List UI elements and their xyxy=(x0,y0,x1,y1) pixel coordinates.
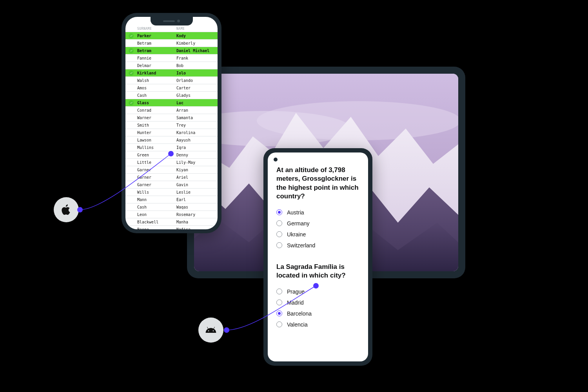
table-row[interactable]: LittleLily-May xyxy=(125,158,218,166)
dot-android-badge xyxy=(224,327,229,333)
table-row[interactable]: BetramDaniel Michael xyxy=(125,47,218,54)
iphone-device: SURNAME NAME ParkerKodyBetramKimberlyBet… xyxy=(122,13,221,233)
iphone-notch xyxy=(151,17,193,25)
cell-surname: Cash xyxy=(137,93,176,98)
table-row[interactable]: BlackwellManha xyxy=(125,218,218,225)
quiz-option[interactable]: Austria xyxy=(276,207,359,218)
table-row[interactable]: BooneNafisa xyxy=(125,225,218,229)
cell-name: Daniel Michael xyxy=(176,49,218,53)
quiz-option[interactable]: Ukraine xyxy=(276,229,359,240)
quiz-options-1: AustriaGermanyUkraineSwitzerland xyxy=(276,207,359,251)
cell-surname: Fannie xyxy=(137,56,176,60)
option-label: Austria xyxy=(287,209,304,216)
cell-surname: Little xyxy=(137,160,176,165)
table-row[interactable]: GlassLuc xyxy=(125,99,218,106)
cell-name: Rosemary xyxy=(176,212,218,217)
table-row[interactable]: WalshOrlando xyxy=(125,76,218,84)
cell-name: Kiyan xyxy=(176,168,218,172)
table-header: SURNAME NAME xyxy=(125,27,218,32)
table-row[interactable]: DelmarBob xyxy=(125,62,218,69)
cell-surname: Parker xyxy=(137,34,176,38)
table-row[interactable]: SmithTrey xyxy=(125,121,218,129)
cell-name: Iqra xyxy=(176,145,218,150)
cell-surname: Mann xyxy=(137,198,176,202)
cell-name: Waqas xyxy=(176,205,218,209)
cell-name: Nafisa xyxy=(176,227,218,230)
option-label: Prague xyxy=(287,289,305,295)
quiz-option[interactable]: Switzerland xyxy=(276,240,359,251)
table-row[interactable]: CashWaqas xyxy=(125,203,218,211)
radio-icon xyxy=(276,310,282,316)
cell-surname: Warner xyxy=(137,116,176,120)
cell-surname: Boone xyxy=(137,227,176,230)
apple-icon xyxy=(60,203,73,216)
cell-name: Carter xyxy=(176,86,218,90)
table-row[interactable]: KirklandIolo xyxy=(125,69,218,76)
cell-name: Bob xyxy=(176,64,218,68)
table-row[interactable]: MullinsIqra xyxy=(125,143,218,151)
names-table: SURNAME NAME ParkerKodyBetramKimberlyBet… xyxy=(125,27,218,229)
check-icon xyxy=(129,100,134,105)
cell-surname: Betram xyxy=(137,49,176,53)
cell-name: Gladys xyxy=(176,93,218,98)
cell-surname: Kirkland xyxy=(137,71,176,75)
cell-surname: Betram xyxy=(137,41,176,45)
table-row[interactable]: AmosCarter xyxy=(125,84,218,91)
apple-badge xyxy=(54,197,79,222)
cell-name: Kimberly xyxy=(176,41,218,45)
table-row[interactable]: ConradArran xyxy=(125,106,218,114)
cell-surname: Wills xyxy=(137,190,176,194)
cell-name: Denny xyxy=(176,153,218,157)
radio-icon xyxy=(276,231,282,237)
quiz-option[interactable]: Germany xyxy=(276,218,359,229)
android-camera-punch xyxy=(274,158,278,162)
cell-surname: Cash xyxy=(137,205,176,209)
cell-surname: Blackwell xyxy=(137,220,176,224)
cell-surname: Garner xyxy=(137,183,176,187)
cell-name: Karolina xyxy=(176,131,218,135)
quiz-question-2: La Sagrada Família is located in which c… xyxy=(276,263,359,280)
cell-surname: Glass xyxy=(137,101,176,105)
table-row[interactable]: FannieFrank xyxy=(125,54,218,62)
table-row[interactable]: LawsonAayush xyxy=(125,136,218,143)
table-row[interactable]: BetramKimberly xyxy=(125,39,218,47)
table-row[interactable]: WarnerSamanta xyxy=(125,114,218,121)
quiz-option[interactable]: Madrid xyxy=(276,297,359,308)
cell-name: Trey xyxy=(176,123,218,127)
table-row[interactable]: LeonRosemary xyxy=(125,211,218,218)
cell-name: Luc xyxy=(176,101,218,105)
table-row[interactable]: GarnerGavin xyxy=(125,181,218,188)
quiz-question-1: At an altitude of 3,798 meters, Grossglo… xyxy=(276,166,359,201)
cell-name: Iolo xyxy=(176,71,218,75)
check-icon xyxy=(129,33,134,38)
table-row[interactable]: WillsLeslie xyxy=(125,188,218,196)
iphone-screen: SURNAME NAME ParkerKodyBetramKimberlyBet… xyxy=(125,17,218,229)
cell-surname: Mullins xyxy=(137,145,176,150)
quiz-option[interactable]: Valencia xyxy=(276,319,359,330)
cell-name: Arran xyxy=(176,108,218,113)
cell-name: Gavin xyxy=(176,183,218,187)
android-icon xyxy=(205,324,217,336)
option-label: Madrid xyxy=(287,299,304,306)
cell-surname: Garner xyxy=(137,175,176,180)
cell-name: Lily-May xyxy=(176,160,218,165)
cell-surname: Hunter xyxy=(137,131,176,135)
cell-name: Orlando xyxy=(176,78,218,83)
quiz-option[interactable]: Barcelona xyxy=(276,308,359,319)
option-label: Switzerland xyxy=(287,242,315,249)
table-row[interactable]: ParkerKody xyxy=(125,32,218,39)
android-device: At an altitude of 3,798 meters, Grossglo… xyxy=(263,148,372,366)
table-row[interactable]: GarnerKiyan xyxy=(125,166,218,173)
table-row[interactable]: GarnerAriel xyxy=(125,173,218,181)
radio-icon xyxy=(276,242,282,248)
radio-icon xyxy=(276,220,282,226)
radio-icon xyxy=(276,209,282,215)
cell-surname: Delmar xyxy=(137,64,176,68)
check-icon xyxy=(129,71,134,76)
cell-name: Leslie xyxy=(176,190,218,194)
table-row[interactable]: CashGladys xyxy=(125,91,218,99)
check-icon xyxy=(129,48,134,53)
table-row[interactable]: MannEarl xyxy=(125,196,218,203)
table-row[interactable]: HunterKarolina xyxy=(125,129,218,136)
col-name-header: NAME xyxy=(176,27,185,31)
